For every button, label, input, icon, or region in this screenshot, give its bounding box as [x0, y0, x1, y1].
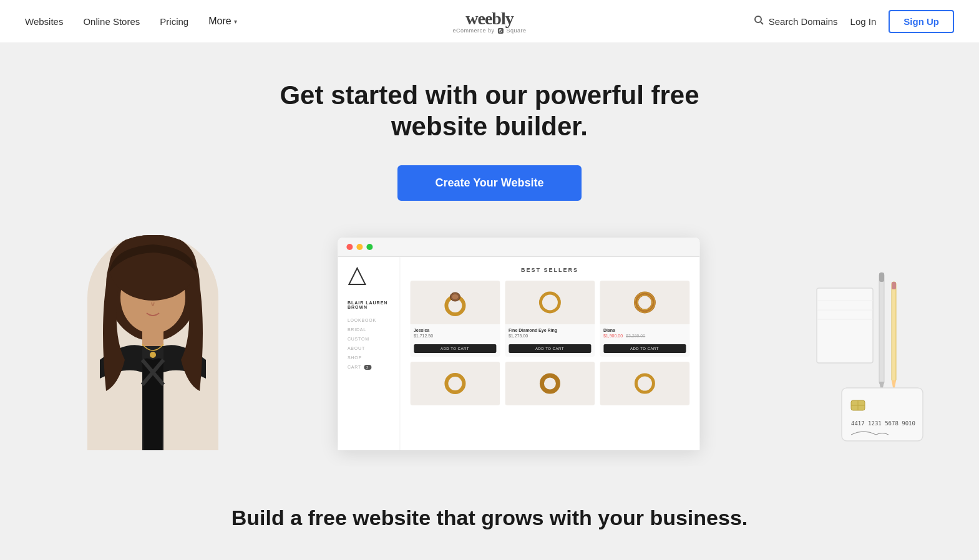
product-info-1: Jessica $1,712.50 ADD TO CART: [410, 324, 500, 357]
add-to-cart-2[interactable]: ADD TO CART: [509, 344, 591, 353]
add-to-cart-3[interactable]: ADD TO CART: [603, 344, 686, 353]
product-card-1: Jessica $1,712.50 ADD TO CART: [410, 281, 500, 357]
ring-5-icon: [534, 368, 565, 399]
nav-left: Websites Online Stores Pricing More ▾: [25, 16, 237, 27]
svg-rect-32: [879, 273, 884, 282]
navbar: Websites Online Stores Pricing More ▾ we…: [0, 0, 979, 42]
signup-button[interactable]: Sign Up: [889, 10, 954, 33]
svg-point-25: [636, 375, 653, 392]
bottom-section: Build a free website that grows with you…: [0, 466, 979, 556]
logo-sub: eCommerce by S Square: [452, 27, 526, 34]
search-icon: [754, 15, 764, 27]
product-img-5: [505, 362, 595, 405]
ring-diamond-icon: [534, 287, 565, 318]
svg-line-1: [761, 22, 763, 24]
original-price: $3,299.00: [626, 334, 645, 338]
logo-text: weebly: [465, 9, 513, 29]
svg-point-0: [755, 16, 761, 22]
person-image: [87, 235, 218, 450]
cart-badge: 2: [364, 365, 371, 370]
svg-rect-5: [142, 327, 163, 346]
products-grid-row2: [410, 362, 689, 405]
product-price-3: $1,900.00 $3,299.00: [603, 334, 686, 338]
mockup-sidebar-bridal: BRIDAL: [348, 327, 389, 332]
logo[interactable]: weebly eCommerce by S Square: [452, 9, 526, 34]
sale-price: $1,900.00: [603, 334, 623, 338]
nav-online-stores[interactable]: Online Stores: [83, 16, 140, 27]
product-card-4: [410, 362, 500, 405]
nav-websites[interactable]: Websites: [25, 16, 63, 27]
product-name-2: Fine Diamond Eye Ring: [509, 328, 591, 332]
product-name-3: Diana: [603, 328, 686, 332]
product-card-3: Diana $1,900.00 $3,299.00 ADD TO CART: [600, 281, 689, 357]
bottom-title: Build a free website that grows with you…: [25, 504, 954, 531]
ring-jessica-icon: [439, 287, 470, 318]
svg-point-24: [542, 375, 558, 392]
nav-right: Search Domains Log In Sign Up: [754, 10, 954, 33]
product-img-1: [410, 281, 500, 324]
svg-text:4417 1231 5678 9010: 4417 1231 5678 9010: [851, 420, 915, 427]
ring-diana-icon: [629, 287, 660, 318]
nav-more[interactable]: More ▾: [208, 16, 236, 27]
hero-section: Get started with our powerful free websi…: [0, 42, 979, 466]
svg-point-20: [636, 294, 653, 311]
mockup-sidebar-shop: SHOP: [348, 355, 389, 360]
product-card-5: [505, 362, 595, 405]
product-info-2: Fine Diamond Eye Ring $1,275.00 ADD TO C…: [505, 324, 595, 357]
search-domains[interactable]: Search Domains: [754, 15, 838, 27]
product-info-3: Diana $1,900.00 $3,299.00 ADD TO CART: [600, 324, 689, 357]
ring-4-icon: [439, 368, 470, 399]
browser-dot-red: [346, 244, 353, 250]
hero-images: BLAIR LAUREN BROWN LOOKBOOK BRIDAL CUSTO…: [0, 232, 979, 450]
ring-6-icon: [629, 368, 660, 399]
svg-marker-15: [349, 268, 365, 284]
nav-pricing[interactable]: Pricing: [160, 16, 188, 27]
svg-point-18: [452, 294, 458, 299]
hero-title: Get started with our powerful free websi…: [271, 80, 708, 143]
browser-mockup: BLAIR LAUREN BROWN LOOKBOOK BRIDAL CUSTO…: [338, 238, 699, 450]
products-grid: Jessica $1,712.50 ADD TO CART: [410, 281, 689, 357]
browser-dot-green: [366, 244, 373, 250]
product-img-2: [505, 281, 595, 324]
best-sellers-title: BEST SELLERS: [410, 267, 689, 273]
browser-content: BLAIR LAUREN BROWN LOOKBOOK BRIDAL CUSTO…: [338, 257, 699, 450]
svg-point-23: [446, 375, 464, 392]
create-website-button[interactable]: Create Your Website: [397, 165, 581, 201]
svg-rect-35: [892, 282, 896, 289]
mockup-main: BEST SELLERS: [400, 257, 699, 450]
product-img-3: [600, 281, 689, 324]
mockup-sidebar-lookbook: LOOKBOOK: [348, 318, 389, 322]
product-price-2: $1,275.00: [509, 334, 591, 338]
svg-rect-26: [817, 288, 873, 363]
svg-point-22: [637, 295, 652, 310]
product-img-6: [600, 362, 689, 405]
svg-point-19: [540, 293, 559, 312]
product-card-6: [600, 362, 689, 405]
mockup-sidebar-custom: CUSTOM: [348, 337, 389, 341]
chevron-down-icon: ▾: [234, 18, 237, 25]
product-card-2: Fine Diamond Eye Ring $1,275.00 ADD TO C…: [505, 281, 595, 357]
browser-dot-yellow: [356, 244, 363, 250]
svg-rect-33: [892, 282, 896, 382]
mockup-brand: BLAIR LAUREN BROWN: [348, 301, 389, 309]
svg-point-9: [150, 352, 156, 358]
product-price-1: $1,712.50: [414, 334, 496, 338]
product-img-4: [410, 362, 500, 405]
mockup-logo-icon: [348, 267, 366, 288]
mockup-sidebar: BLAIR LAUREN BROWN LOOKBOOK BRIDAL CUSTO…: [338, 257, 400, 450]
add-to-cart-1[interactable]: ADD TO CART: [414, 344, 496, 353]
svg-rect-30: [879, 273, 884, 385]
product-name-1: Jessica: [414, 328, 496, 332]
mockup-sidebar-about: ABOUT: [348, 346, 389, 350]
login-link[interactable]: Log In: [850, 16, 877, 27]
stationery-decoration: 4417 1231 5678 9010: [804, 269, 929, 450]
browser-bar: [338, 238, 699, 257]
mockup-sidebar-cart: CART 2: [348, 365, 389, 370]
